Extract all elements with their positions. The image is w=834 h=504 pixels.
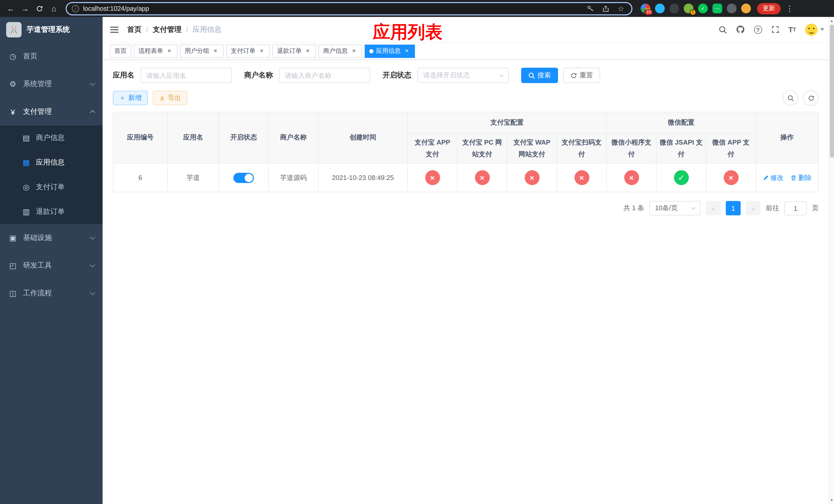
window-scrollbar[interactable]: ▲ ▼ bbox=[829, 17, 834, 504]
col-wechat-jsapi: 微信 JSAPI 支付 bbox=[656, 134, 706, 163]
col-merchant: 商户名称 bbox=[268, 112, 318, 163]
chevron-down-icon bbox=[90, 81, 95, 86]
delete-button[interactable]: 删除 bbox=[791, 173, 812, 182]
sidebar-item-home[interactable]: ◷ 首页 bbox=[0, 43, 103, 70]
tab-pay-order[interactable]: 支付订单× bbox=[226, 44, 270, 58]
merchant-name-input[interactable] bbox=[279, 68, 370, 83]
tab-process-form[interactable]: 流程表单× bbox=[134, 44, 177, 58]
breadcrumb-home[interactable]: 首页 bbox=[127, 25, 141, 34]
prev-page-button[interactable]: ‹ bbox=[706, 201, 721, 215]
extensions-pin-icon[interactable] bbox=[727, 4, 737, 13]
col-alipay-app: 支付宝 APP 支付 bbox=[408, 134, 457, 163]
col-actions: 操作 bbox=[756, 112, 818, 163]
app-name-input[interactable] bbox=[140, 68, 232, 83]
sidebar-item-system[interactable]: ⚙ 系统管理 bbox=[0, 70, 103, 98]
goto-page-input[interactable] bbox=[784, 201, 807, 215]
chevron-up-icon bbox=[90, 110, 95, 115]
app-title: 芋道管理系统 bbox=[27, 25, 70, 35]
sidebar-item-devtools[interactable]: ◰ 研发工具 bbox=[0, 252, 103, 279]
payment-submenu: ▤ 商户信息 ▦ 应用信息 ◎ 支付订单 ▥ 退款订单 bbox=[0, 125, 103, 224]
scrollbar-thumb[interactable] bbox=[830, 25, 834, 158]
url-text[interactable]: localhost:1024/pay/app bbox=[83, 5, 149, 12]
search-icon[interactable] bbox=[714, 17, 731, 42]
user-avatar[interactable] bbox=[801, 17, 829, 42]
sidebar-item-infra[interactable]: ▣ 基础设施 bbox=[0, 224, 103, 252]
page-number-1[interactable]: 1 bbox=[726, 201, 741, 215]
back-icon[interactable]: ← bbox=[4, 2, 18, 15]
browser-update-button[interactable]: 更新 bbox=[757, 3, 781, 14]
extension-dark-icon[interactable] bbox=[670, 4, 679, 13]
status-fail-icon: × bbox=[524, 170, 539, 185]
scroll-down-icon[interactable]: ▼ bbox=[830, 496, 833, 504]
col-wechat-mini: 微信小程序支付 bbox=[607, 134, 656, 163]
sidebar-toggle-icon[interactable] bbox=[103, 17, 126, 42]
search-button[interactable]: 搜索 bbox=[521, 68, 558, 83]
bookmark-star-icon[interactable]: ☆ bbox=[616, 4, 626, 13]
help-icon[interactable]: ? bbox=[749, 17, 767, 42]
url-bar[interactable]: i localhost:1024/pay/app ☆ bbox=[66, 2, 632, 15]
add-button[interactable]: ＋ 新增 bbox=[113, 91, 148, 105]
reload-icon[interactable] bbox=[33, 2, 46, 15]
sidebar-item-pay-order[interactable]: ◎ 支付订单 bbox=[0, 175, 103, 200]
status-fail-icon: × bbox=[425, 170, 440, 185]
caret-down-icon bbox=[820, 28, 824, 31]
site-info-icon[interactable]: i bbox=[72, 5, 79, 12]
col-status: 开启状态 bbox=[219, 112, 268, 163]
browser-profile-avatar[interactable] bbox=[741, 4, 751, 13]
col-app-name: 应用名 bbox=[168, 112, 219, 163]
home-icon[interactable]: ⌂ bbox=[47, 2, 61, 15]
tab-refund-order[interactable]: 退款订单× bbox=[272, 44, 316, 58]
extension-drop-icon[interactable] bbox=[655, 4, 665, 13]
pagination: 共 1 条 10条/页 ‹ 1 › 前往 页 bbox=[113, 201, 819, 215]
toggle-search-button[interactable] bbox=[783, 90, 798, 106]
cell-merchant-name: 芋道源码 bbox=[268, 163, 318, 192]
extension-check-icon[interactable]: ✓ bbox=[698, 4, 708, 13]
extension-badge: 10 bbox=[644, 9, 653, 15]
navbar-actions: ? TT bbox=[714, 17, 829, 42]
sidebar-item-refund-order[interactable]: ▥ 退款订单 bbox=[0, 200, 103, 224]
profile-badge: 1 bbox=[689, 9, 696, 15]
browser-menu-icon[interactable]: ⋮ bbox=[784, 4, 795, 13]
close-icon[interactable]: × bbox=[304, 47, 311, 54]
screen: ← → ⌂ i localhost:1024/pay/app ☆ 10 1 ✓ … bbox=[0, 0, 834, 504]
sidebar-item-merchant-info[interactable]: ▤ 商户信息 bbox=[0, 125, 103, 150]
logo-avatar: 🐰 bbox=[6, 22, 22, 38]
fullscreen-icon[interactable] bbox=[767, 17, 784, 42]
github-icon[interactable] bbox=[731, 17, 749, 42]
next-page-button[interactable]: › bbox=[746, 201, 761, 215]
col-app-id: 应用编号 bbox=[113, 112, 168, 163]
tab-merchant-info[interactable]: 商户信息× bbox=[319, 44, 362, 58]
share-icon[interactable] bbox=[600, 5, 612, 12]
sidebar-item-app-info[interactable]: ▦ 应用信息 bbox=[0, 150, 103, 175]
enabled-switch[interactable] bbox=[233, 173, 254, 183]
breadcrumb-payment[interactable]: 支付管理 bbox=[153, 25, 181, 34]
extensions-row: 10 1 ✓ ⋯ bbox=[641, 4, 751, 13]
refresh-table-button[interactable] bbox=[803, 90, 819, 106]
app-name-label: 应用名 bbox=[113, 71, 134, 80]
extension-chat-icon[interactable]: ⋯ bbox=[712, 4, 722, 13]
close-icon[interactable]: × bbox=[166, 47, 173, 54]
chevron-down-icon bbox=[90, 262, 95, 267]
tab-user-group[interactable]: 用户分组× bbox=[180, 44, 224, 58]
close-icon[interactable]: × bbox=[258, 47, 265, 54]
status-fail-icon: × bbox=[475, 170, 489, 185]
scroll-up-icon[interactable]: ▲ bbox=[830, 17, 833, 25]
font-size-icon[interactable]: TT bbox=[784, 17, 801, 42]
sidebar-item-workflow[interactable]: ◫ 工作流程 bbox=[0, 279, 103, 307]
extension-avatar-icon[interactable]: 1 bbox=[684, 4, 694, 13]
page-size-select[interactable]: 10条/页 bbox=[649, 201, 701, 215]
close-icon[interactable]: × bbox=[350, 47, 357, 54]
password-key-icon[interactable] bbox=[585, 5, 596, 12]
status-select[interactable]: 请选择开启状态 bbox=[418, 68, 509, 83]
extension-icon[interactable]: 10 bbox=[641, 4, 650, 13]
cell-app-name: 芋道 bbox=[168, 163, 219, 192]
tab-home[interactable]: 首页 bbox=[110, 44, 131, 58]
sidebar-item-payment[interactable]: ¥ 支付管理 bbox=[0, 98, 103, 125]
close-icon[interactable]: × bbox=[212, 47, 219, 54]
edit-button[interactable]: 修改 bbox=[763, 173, 784, 182]
reset-button[interactable]: 重置 bbox=[563, 68, 600, 83]
close-icon[interactable]: × bbox=[403, 47, 410, 54]
tab-app-info[interactable]: 应用信息× bbox=[365, 44, 415, 58]
forward-icon[interactable]: → bbox=[19, 2, 32, 15]
export-button[interactable]: 导出 bbox=[153, 91, 187, 105]
